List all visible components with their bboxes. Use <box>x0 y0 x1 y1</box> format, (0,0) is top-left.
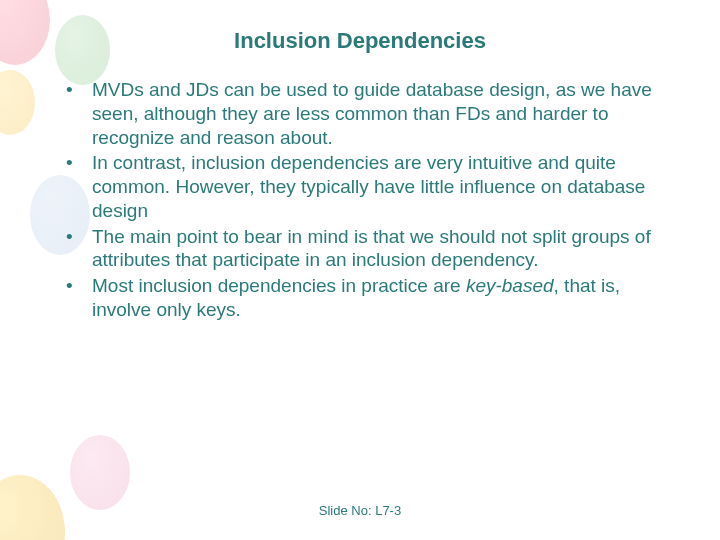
list-item: The main point to bear in mind is that w… <box>64 225 680 273</box>
slide-footer: Slide No: L7-3 <box>0 503 720 518</box>
bullet-text-pre: Most inclusion dependencies in practice … <box>92 275 466 296</box>
bullet-text: The main point to bear in mind is that w… <box>92 226 651 271</box>
bullet-list: MVDs and JDs can be used to guide databa… <box>40 78 680 322</box>
slide-title: Inclusion Dependencies <box>40 28 680 54</box>
list-item: Most inclusion dependencies in practice … <box>64 274 680 322</box>
bullet-text: MVDs and JDs can be used to guide databa… <box>92 79 652 148</box>
bullet-text: In contrast, inclusion dependencies are … <box>92 152 645 221</box>
bullet-text-em: key-based <box>466 275 554 296</box>
list-item: In contrast, inclusion dependencies are … <box>64 151 680 222</box>
list-item: MVDs and JDs can be used to guide databa… <box>64 78 680 149</box>
balloon-icon <box>70 435 130 510</box>
slide-content: Inclusion Dependencies MVDs and JDs can … <box>0 0 720 322</box>
